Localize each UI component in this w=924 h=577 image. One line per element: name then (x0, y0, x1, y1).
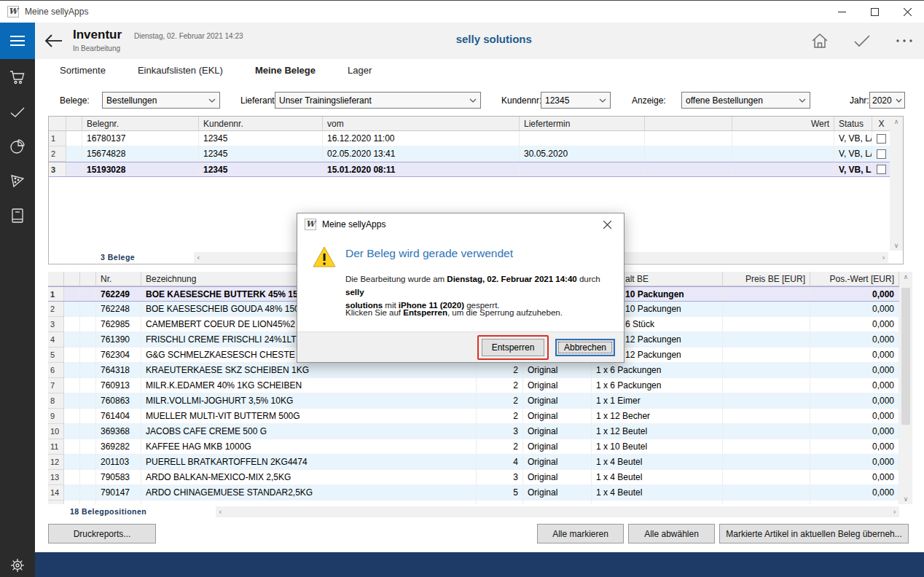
preis-be-cell (723, 332, 810, 348)
scroll-up-icon: ∧ (904, 272, 909, 282)
liefertermin-cell (520, 162, 645, 176)
belege-dropdown[interactable]: Bestellungen (102, 92, 220, 109)
dialog-close-button[interactable] (598, 215, 616, 234)
more-options-button[interactable] (895, 31, 914, 50)
tab-einkaufslisten[interactable]: Einkaufslisten (EKL) (138, 65, 223, 76)
page-title: Inventur (73, 28, 122, 42)
chevron-down-icon (208, 98, 216, 103)
table-row[interactable]: 10 369368 JACOBS CAFE CREME 500 G 3 Orig… (48, 424, 899, 439)
row-checkbox[interactable] (877, 134, 886, 144)
column-header-preis-be[interactable]: Preis BE [EUR] (723, 272, 810, 286)
kundennr-dropdown[interactable]: 12345 (541, 92, 611, 109)
column-header-x[interactable]: X (872, 117, 890, 130)
alle-markieren-button[interactable]: Alle markieren (537, 524, 624, 543)
row-checkbox[interactable] (877, 149, 886, 159)
sidebar-item-cart[interactable] (0, 65, 35, 90)
dialog-hint-text: Klicken Sie auf Entsperren, um die Sperr… (345, 308, 615, 317)
pos-wert-cell (810, 501, 899, 504)
menge-cell: 2 (477, 393, 523, 409)
row-number: 7 (48, 378, 64, 393)
dialog-title: Meine sellyApps (322, 219, 385, 229)
preis-be-cell (723, 439, 810, 455)
table-row[interactable]: 14 790147 ARDO CHINAGEMUESE STANDAR2,5KG… (48, 485, 899, 501)
column-header-nr[interactable]: Nr. (96, 272, 141, 286)
sidebar-item-statistics[interactable] (0, 134, 35, 159)
column-header-liefertermin[interactable]: Liefertermin (520, 117, 645, 130)
entsperren-button[interactable]: Entsperren (482, 339, 544, 356)
column-header-wert[interactable]: Wert (732, 117, 834, 130)
home-button[interactable] (810, 31, 829, 50)
table-row[interactable]: 1 16780137 12345 16.12.2020 11:00 V, VB,… (49, 131, 890, 146)
positionen-count-label: 18 Belegpositionen (48, 507, 216, 516)
tab-meine-belege[interactable]: Meine Belege (255, 65, 316, 76)
sidebar-item-products[interactable] (0, 168, 35, 193)
lieferant-dropdown[interactable]: Unser Trainingslieferant (275, 92, 481, 109)
belege-count-label: 3 Belege (49, 253, 194, 262)
scroll-down-icon: ∨ (904, 494, 909, 504)
column-header-status[interactable]: Status (834, 117, 872, 130)
artikelnr-cell: 369282 (96, 439, 141, 455)
pos-wert-cell: 0,000 (810, 302, 899, 317)
table-row[interactable]: 6 764318 KRAEUTERKAESE SKZ SCHEIBEN 1KG … (48, 363, 899, 378)
table-row[interactable]: 9 761404 MUELLER MULTI-VIT BUTTERM 500G … (48, 409, 899, 424)
bezeichnung-cell: PUERELL BRATKARTOFFELN 2KG4474 (141, 455, 477, 470)
table-row[interactable]: 15 (48, 501, 899, 504)
table-row[interactable]: 12 201103 PUERELL BRATKARTOFFELN 2KG4474… (48, 455, 899, 470)
column-header-kundennr[interactable]: Kundennr. (199, 117, 323, 130)
alle-abwaehlen-button[interactable]: Alle abwählen (628, 524, 715, 543)
artikelnr-cell: 762985 (96, 317, 141, 332)
table-row[interactable]: 11 369282 KAFFEE HAG MKB 1000G 2 Origina… (48, 439, 899, 455)
uebernehmen-button[interactable]: Markierte Artikel in aktuellen Beleg übe… (719, 524, 909, 543)
table-row[interactable]: 3 15193028 12345 15.01.2020 08:11 V, VB,… (49, 162, 890, 177)
positionen-horizontal-scrollbar[interactable]: ‹› (216, 506, 899, 517)
positionen-vertical-scrollbar[interactable]: ∧ ∨ (899, 272, 912, 504)
menge-cell: 3 (477, 470, 523, 485)
column-header-vom[interactable]: vom (323, 117, 520, 130)
minimize-button[interactable] (826, 1, 858, 23)
artikelnr-cell: 201103 (96, 455, 141, 470)
back-button[interactable] (42, 30, 66, 52)
table-row[interactable]: 2 15674828 12345 02.05.2020 13:41 30.05.… (49, 146, 890, 162)
app-header: Inventur Dienstag, 02. Februar 2021 14:2… (0, 23, 924, 59)
artikelnr-cell: 762249 (96, 287, 141, 301)
row-number: 12 (48, 455, 64, 470)
confirm-button[interactable] (853, 31, 872, 50)
jahr-dropdown[interactable]: 2020 (869, 92, 905, 109)
row-number: 15 (48, 501, 64, 504)
artikelnr-cell: 764318 (96, 363, 141, 378)
hamburger-menu-button[interactable] (0, 23, 35, 59)
sidebar-item-tasks[interactable] (0, 100, 35, 125)
belegnr-cell: 16780137 (82, 131, 199, 146)
anzeige-dropdown[interactable]: offene Bestellungen (681, 92, 810, 109)
pos-wert-cell: 0,000 (810, 363, 899, 378)
belege-vertical-scrollbar[interactable]: ∧ ∨ (890, 117, 903, 251)
sidebar-item-catalog[interactable] (0, 203, 35, 228)
app-window: W Meine sellyApps Inventur Dienstag, 02.… (0, 0, 924, 577)
maximize-button[interactable] (858, 1, 891, 23)
table-row[interactable]: 8 760863 MILR.VOLLMI-JOGHURT 3,5% 10KG 2… (48, 393, 899, 409)
table-row[interactable]: 13 790583 ARDO BALKAN-MEXICO-MIX 2,5KG 3… (48, 470, 899, 485)
anzeige-filter-label: Anzeige: (632, 95, 666, 106)
preis-be-cell (723, 363, 810, 378)
preis-be-cell (723, 287, 810, 301)
status-cell: V, VB, LAB (834, 146, 872, 162)
bezeichnung-cell: MILR.K.EDAMER 40% 1KG SCHEIBEN (141, 378, 477, 393)
close-icon (603, 221, 611, 229)
abbrechen-button[interactable]: Abbrechen (555, 339, 615, 356)
tab-sortimente[interactable]: Sortimente (60, 65, 106, 76)
row-checkbox[interactable] (877, 165, 886, 174)
menge-cell: 2 (477, 439, 523, 455)
dialog-heading: Der Beleg wird gerade verwendet (345, 247, 513, 260)
druckreports-button[interactable]: Druckreports... (48, 524, 156, 543)
column-header-belegnr[interactable]: Belegnr. (82, 117, 199, 130)
tab-lager[interactable]: Lager (348, 65, 372, 76)
table-row[interactable]: 7 760913 MILR.K.EDAMER 40% 1KG SCHEIBEN … (48, 378, 899, 393)
pos-wert-cell: 0,000 (810, 378, 899, 393)
column-header-pos-wert[interactable]: Pos.-Wert [EUR] (810, 272, 899, 286)
einheit-cell: Original (523, 378, 592, 393)
artikelnr-cell: 761404 (96, 409, 141, 424)
preis-be-cell (723, 501, 810, 504)
close-button[interactable] (891, 1, 924, 23)
scroll-right-icon: › (893, 507, 896, 517)
sidebar-item-settings[interactable] (0, 553, 35, 577)
